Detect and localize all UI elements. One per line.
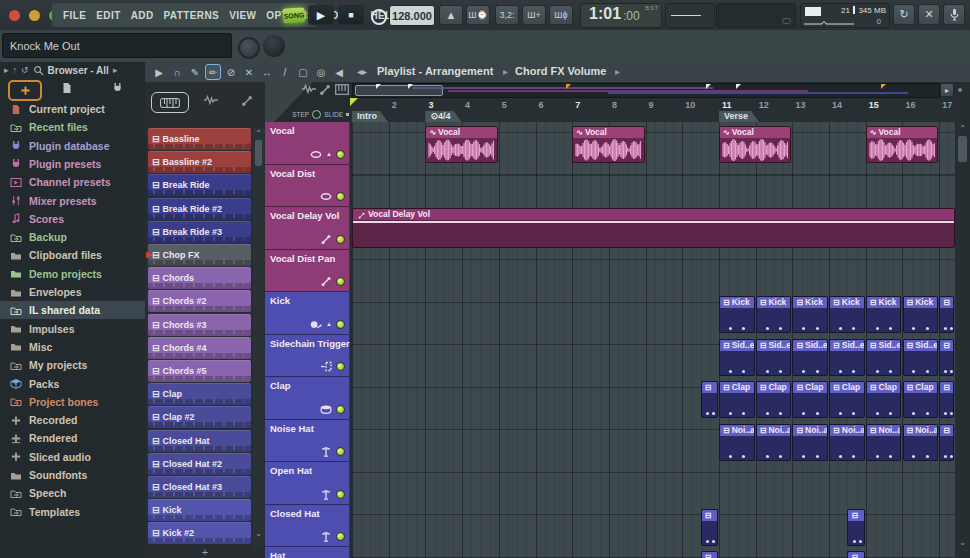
tab-automation[interactable] xyxy=(241,95,253,107)
track-enable-led[interactable] xyxy=(336,192,345,201)
song-title-field[interactable]: Knock Me Out xyxy=(2,33,232,58)
browser-more-icon[interactable]: ▸ xyxy=(113,65,118,75)
browser-item-recorded[interactable]: Recorded xyxy=(0,411,145,429)
pattern-bassline[interactable]: ⊟Bassline xyxy=(148,128,251,150)
track-enable-led[interactable] xyxy=(336,447,345,456)
step-slide-switch[interactable]: STEP SLIDE xyxy=(292,110,349,119)
pattern-chords-3[interactable]: ⊟Chords #3 xyxy=(148,314,251,336)
track-enable-led[interactable] xyxy=(336,532,345,541)
pattern-clip-kick[interactable]: ⊟Kick xyxy=(829,296,865,333)
collapse-icon[interactable]: ▲ xyxy=(326,321,332,327)
minimize-window-light[interactable] xyxy=(29,10,40,21)
loop-record-button[interactable]: Ш+ xyxy=(522,5,546,25)
browser-item-clipboard-files[interactable]: Clipboard files xyxy=(0,246,145,264)
playlist-title[interactable]: Playlist - Arrangement xyxy=(377,65,493,77)
pattern-clip-kick[interactable]: ⊟Kick xyxy=(719,296,755,333)
pattern-bassline-2[interactable]: ⊟Bassline #2 xyxy=(148,151,251,173)
pattern-clip-sid-er[interactable]: ⊟Sid..er xyxy=(792,339,828,376)
draw-tool[interactable]: ✎ xyxy=(187,64,203,80)
speaker-icon[interactable]: ◂▸ xyxy=(357,66,367,77)
browser-title[interactable]: Browser - All xyxy=(48,65,109,76)
pattern-clip-sid-er[interactable]: ⊟Sid..er xyxy=(866,339,902,376)
pattern-clip-kick[interactable]: ⊟Kick xyxy=(792,296,828,333)
track-header-noise-hat[interactable]: Noise Hat xyxy=(265,420,350,463)
link-icon[interactable] xyxy=(320,234,332,245)
pattern-closed-hat[interactable]: ⊟Closed Hat xyxy=(148,430,251,452)
delete-tool[interactable]: ⊘ xyxy=(223,64,239,80)
playlist-grid[interactable]: ∿Vocal∿Vocal∿Vocal∿VocalVocal Delay Vol⊟… xyxy=(352,122,955,558)
browser-item-misc[interactable]: Misc xyxy=(0,338,145,356)
hihat-icon[interactable] xyxy=(320,446,332,457)
playback-tool[interactable]: ◀ xyxy=(331,64,347,80)
output-monitor-panel[interactable] xyxy=(716,3,796,28)
browser-item-backup[interactable]: Backup xyxy=(0,228,145,246)
pattern-clip-clap[interactable]: ⊟ xyxy=(939,381,954,418)
browser-item-sliced-audio[interactable]: Sliced audio xyxy=(0,448,145,466)
browser-item-project-bones[interactable]: Project bones xyxy=(0,393,145,411)
record-button[interactable] xyxy=(371,9,387,25)
pattern-clap-2[interactable]: ⊟Clap #2 xyxy=(148,406,251,428)
browser-item-envelopes[interactable]: Envelopes xyxy=(0,283,145,301)
playlist-overview[interactable] xyxy=(352,83,940,98)
oscilloscope-panel[interactable] xyxy=(665,3,715,28)
menu-add[interactable]: ADD xyxy=(131,10,154,21)
menu-edit[interactable]: EDIT xyxy=(96,10,120,21)
pattern-clip-noi-at[interactable]: ⊟Noi..at xyxy=(792,424,828,461)
pattern-clip-clap[interactable]: ⊟Clap xyxy=(866,381,902,418)
browser-item-my-projects[interactable]: My projects xyxy=(0,356,145,374)
browser-item-plugin-database[interactable]: Plugin database xyxy=(0,137,145,155)
tab-plugin-db[interactable] xyxy=(112,82,128,96)
audio-clip-vocal[interactable]: ∿Vocal xyxy=(425,126,497,163)
pattern-clip-noi-at[interactable]: ⊟Noi..at xyxy=(719,424,755,461)
menu-patterns[interactable]: PATTERNS xyxy=(164,10,220,21)
search-icon[interactable] xyxy=(33,65,44,76)
marker-4-4[interactable]: ⊙4/4 xyxy=(425,111,461,122)
audio-clip-vocal[interactable]: ∿Vocal xyxy=(866,126,938,163)
track-header-vocal[interactable]: Vocal▲ xyxy=(265,122,350,165)
slice-tool[interactable]: / xyxy=(277,64,293,80)
track-enable-led[interactable] xyxy=(336,490,345,499)
pattern-break-ride-2[interactable]: ⊟Break Ride #2 xyxy=(148,198,251,220)
play-button[interactable]: ▶ xyxy=(308,5,334,25)
pattern-clip-noi-at[interactable]: ⊟Noi..at xyxy=(903,424,939,461)
time-display[interactable]: 1:01 :00 B:S:T xyxy=(580,3,662,28)
menu-view[interactable]: VIEW xyxy=(229,10,256,21)
pattern-closed-hat-2[interactable]: ⊟Closed Hat #2 xyxy=(148,453,251,475)
corner-piano-icon[interactable] xyxy=(335,84,349,95)
browser-item-packs[interactable]: Packs xyxy=(0,375,145,393)
browser-item-mixer-presets[interactable]: Mixer presets xyxy=(0,192,145,210)
magnet-snap-tool[interactable]: ∩ xyxy=(169,64,185,80)
song-mode-toggle[interactable]: SONG xyxy=(283,7,306,23)
pattern-kick-2[interactable]: ⊟Kick #2 xyxy=(148,522,251,544)
playhead-flag[interactable] xyxy=(350,98,358,106)
browser-item-channel-presets[interactable]: Channel presets xyxy=(0,173,145,191)
countdown-button[interactable]: 3,2: xyxy=(495,5,519,25)
pattern-clip-clap[interactable]: ⊟Clap xyxy=(756,381,792,418)
track-header-kick[interactable]: Kick▲ xyxy=(265,292,350,335)
tab-patterns[interactable] xyxy=(151,92,189,113)
blend-recording-button[interactable]: Шϕ xyxy=(549,5,573,25)
pattern-clip-noi-at[interactable]: ⊟Noi..at xyxy=(829,424,865,461)
pattern-clip-clap[interactable]: ⊟Clap xyxy=(792,381,828,418)
pattern-break-ride[interactable]: ⊟Break Ride xyxy=(148,174,251,196)
pattern-clip-sid-er[interactable]: ⊟Sid..er xyxy=(756,339,792,376)
pattern-clip-sid-er[interactable]: ⊟Sid..er xyxy=(903,339,939,376)
pattern-clip-sid-er[interactable]: ⊟Sid..er xyxy=(829,339,865,376)
track-header-sidechain-trigger[interactable]: Sidechain Trigger xyxy=(265,335,350,378)
browser-item-rendered[interactable]: Rendered xyxy=(0,429,145,447)
tempo-display[interactable]: 128.000 xyxy=(389,5,435,26)
pattern-clip-kick[interactable]: ⊟Kick xyxy=(903,296,939,333)
pattern-chords-2[interactable]: ⊟Chords #2 xyxy=(148,290,251,312)
track-header-open-hat[interactable]: Open Hat xyxy=(265,462,350,505)
autosave-button[interactable]: ↻ xyxy=(893,4,915,25)
browser-play-icon[interactable]: ▸ xyxy=(4,65,9,75)
browser-item-current-project[interactable]: Current project xyxy=(0,100,145,118)
browser-item-il-shared-data[interactable]: IL shared data xyxy=(0,301,145,319)
menu-file[interactable]: FILE xyxy=(63,10,86,21)
track-header-hat[interactable]: Hat xyxy=(265,547,350,558)
marker-verse[interactable]: Verse xyxy=(719,111,759,122)
playlist-vscrollbar[interactable]: ⌃ ⌄ xyxy=(956,98,969,558)
track-enable-led[interactable] xyxy=(336,277,345,286)
pattern-scrollbar[interactable]: ⌃ ⌄ xyxy=(253,128,264,548)
track-enable-led[interactable] xyxy=(336,150,345,159)
